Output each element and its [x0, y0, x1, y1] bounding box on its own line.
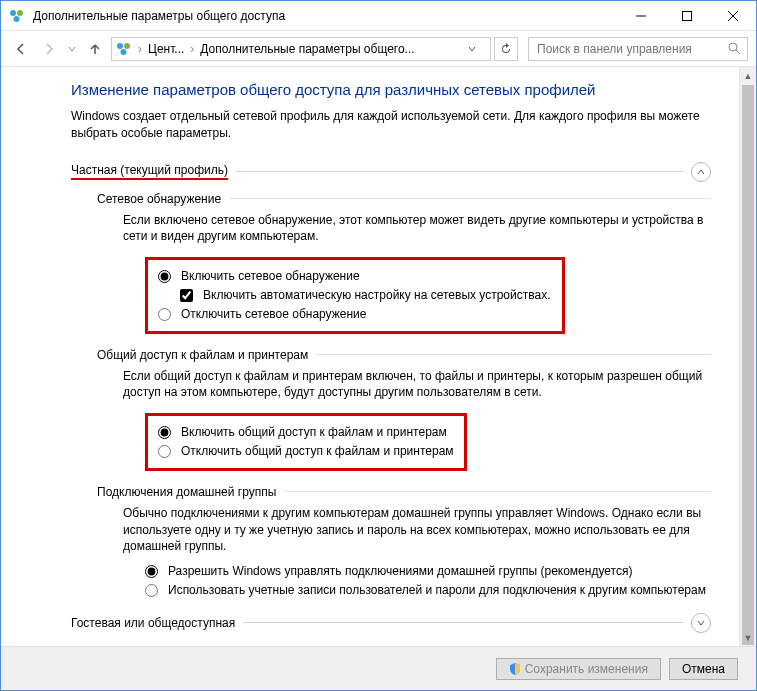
search-input[interactable]: [535, 41, 728, 57]
separator-icon: ›: [190, 42, 194, 56]
radio-discovery-off[interactable]: [158, 308, 171, 321]
toolbar: › Цент... › Дополнительные параметры общ…: [1, 31, 756, 67]
subsection-header: Подключения домашней группы: [97, 485, 711, 499]
radio-label: Использовать учетные записи пользователе…: [168, 582, 706, 599]
back-button[interactable]: [9, 37, 33, 61]
titlebar: Дополнительные параметры общего доступа: [1, 1, 756, 31]
section-header-private[interactable]: Частная (текущий профиль): [71, 158, 711, 186]
page-description: Windows создает отдельный сетевой профил…: [71, 108, 711, 142]
svg-point-7: [117, 43, 123, 49]
highlight-box: Включить общий доступ к файлам и принтер…: [145, 413, 467, 471]
page-title: Изменение параметров общего доступа для …: [71, 81, 711, 98]
search-icon: [728, 42, 741, 55]
subsection-title: Общий доступ к файлам и принтерам: [97, 348, 308, 362]
button-label: Сохранить изменения: [525, 662, 648, 676]
subsection-title: Сетевое обнаружение: [97, 192, 221, 206]
breadcrumb-item[interactable]: Дополнительные параметры общего...: [200, 42, 414, 56]
svg-line-11: [736, 50, 740, 54]
radio-label: Включить сетевое обнаружение: [181, 268, 360, 285]
subsection-description: Обычно подключениями к другим компьютера…: [123, 505, 711, 555]
chevron-up-icon[interactable]: [691, 162, 711, 182]
radio-label: Отключить общий доступ к файлам и принте…: [181, 443, 454, 460]
footer-bar: Сохранить изменения Отмена: [1, 646, 756, 690]
scroll-thumb[interactable]: [742, 85, 754, 645]
window-buttons: [618, 1, 756, 30]
minimize-button[interactable]: [618, 1, 664, 30]
radio-sharing-on[interactable]: [158, 426, 171, 439]
radio-discovery-on[interactable]: [158, 270, 171, 283]
scroll-down-icon[interactable]: ▼: [740, 629, 756, 646]
shield-icon: [509, 663, 521, 675]
section-header-guest[interactable]: Гостевая или общедоступная: [71, 609, 711, 637]
breadcrumb-item[interactable]: Цент...: [148, 42, 184, 56]
subsection-homegroup: Подключения домашней группы Обычно подкл…: [97, 485, 711, 599]
checkbox-label: Включить автоматическую настройку на сет…: [203, 287, 551, 304]
radio-sharing-off[interactable]: [158, 445, 171, 458]
subsection-discovery: Сетевое обнаружение Если включено сетево…: [97, 192, 711, 338]
radio-label: Разрешить Windows управлять подключениям…: [168, 563, 632, 580]
recent-dropdown[interactable]: [65, 37, 79, 61]
separator-icon: ›: [138, 42, 142, 56]
refresh-button[interactable]: [494, 37, 518, 61]
close-button[interactable]: [710, 1, 756, 30]
svg-point-8: [124, 43, 130, 49]
radio-homegroup-user[interactable]: [145, 584, 158, 597]
maximize-button[interactable]: [664, 1, 710, 30]
scrollbar[interactable]: ▲ ▼: [739, 67, 756, 646]
section-title: Частная (текущий профиль): [71, 163, 228, 180]
scroll-up-icon[interactable]: ▲: [740, 67, 756, 84]
button-label: Отмена: [682, 662, 725, 676]
svg-point-1: [17, 10, 23, 16]
window-title: Дополнительные параметры общего доступа: [33, 9, 618, 23]
svg-rect-4: [683, 11, 692, 20]
address-bar[interactable]: › Цент... › Дополнительные параметры общ…: [111, 37, 491, 61]
subsection-description: Если включено сетевое обнаружение, этот …: [123, 212, 711, 246]
cancel-button[interactable]: Отмена: [669, 658, 738, 680]
section-guest: Гостевая или общедоступная: [71, 609, 711, 637]
radio-homegroup-allow[interactable]: [145, 565, 158, 578]
address-dropdown-icon[interactable]: [468, 45, 486, 53]
subsection-header: Сетевое обнаружение: [97, 192, 711, 206]
up-button[interactable]: [83, 37, 107, 61]
save-button[interactable]: Сохранить изменения: [496, 658, 661, 680]
svg-point-0: [10, 10, 16, 16]
svg-point-9: [121, 49, 127, 55]
address-icon: [116, 41, 132, 57]
section-private: Частная (текущий профиль) Сетевое обнару…: [71, 158, 711, 599]
window-frame: Дополнительные параметры общего доступа …: [0, 0, 757, 691]
checkbox-auto-config[interactable]: [180, 289, 193, 302]
svg-point-2: [14, 16, 20, 22]
app-icon: [9, 8, 25, 24]
svg-point-10: [729, 43, 737, 51]
radio-label: Включить общий доступ к файлам и принтер…: [181, 424, 447, 441]
chevron-down-icon[interactable]: [691, 613, 711, 633]
search-box[interactable]: [528, 37, 748, 61]
forward-button[interactable]: [37, 37, 61, 61]
subsection-header: Общий доступ к файлам и принтерам: [97, 348, 711, 362]
subsection-title: Подключения домашней группы: [97, 485, 276, 499]
subsection-sharing: Общий доступ к файлам и принтерам Если о…: [97, 348, 711, 475]
radio-label: Отключить сетевое обнаружение: [181, 306, 366, 323]
highlight-box: Включить сетевое обнаружение Включить ав…: [145, 257, 565, 333]
section-title: Гостевая или общедоступная: [71, 616, 235, 630]
content-panel: Изменение параметров общего доступа для …: [1, 67, 739, 646]
subsection-description: Если общий доступ к файлам и принтерам в…: [123, 368, 711, 402]
